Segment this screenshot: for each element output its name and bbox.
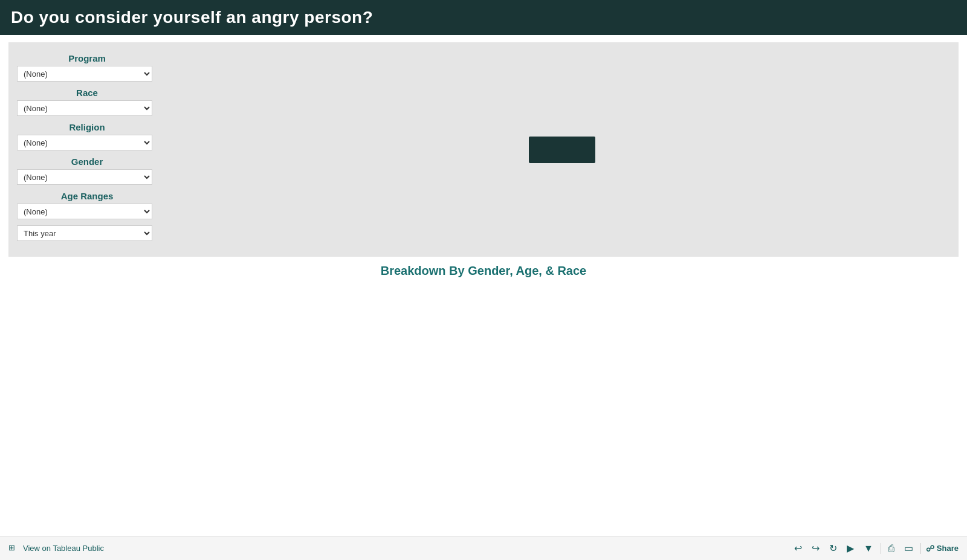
share-label: Share xyxy=(937,544,959,553)
fullscreen-icon: ▭ xyxy=(904,542,913,554)
redo-button[interactable]: ↪ xyxy=(809,541,822,555)
page-header: Do you consider yourself an angry person… xyxy=(0,0,967,35)
revert-button[interactable]: ↻ xyxy=(827,541,839,555)
download-icon: ⎙ xyxy=(888,543,894,554)
religion-filter-group: Religion (None) xyxy=(17,122,157,150)
age-ranges-filter-group: Age Ranges (None) xyxy=(17,191,157,219)
year-filter-group: This year xyxy=(17,225,157,241)
dashboard-panel: Program (None) Race (None) Religion (Non… xyxy=(8,42,959,257)
share-button[interactable]: ☍ Share xyxy=(926,544,959,553)
page-title: Do you consider yourself an angry person… xyxy=(11,8,373,27)
share-icon: ☍ xyxy=(926,544,934,553)
pause-button[interactable]: ▶ xyxy=(844,541,856,555)
program-filter-select[interactable]: (None) xyxy=(17,66,152,82)
main-content: Program (None) Race (None) Religion (Non… xyxy=(0,42,967,543)
dropdown-button[interactable]: ▼ xyxy=(861,542,876,555)
gender-filter-select[interactable]: (None) xyxy=(17,169,152,185)
program-filter-label: Program xyxy=(17,53,157,63)
footer-toolbar: ↩ ↪ ↻ ▶ ▼ ⎙ ▭ ☍ Share xyxy=(792,541,959,555)
undo-button[interactable]: ↩ xyxy=(792,541,804,555)
undo-icon: ↩ xyxy=(794,542,802,554)
fullscreen-button[interactable]: ▭ xyxy=(902,541,916,555)
download-button[interactable]: ⎙ xyxy=(886,542,897,555)
chart-placeholder xyxy=(529,137,595,163)
section-title-text: Breakdown By Gender, Age, & Race xyxy=(381,264,586,277)
footer-divider xyxy=(881,543,881,554)
race-filter-label: Race xyxy=(17,88,157,98)
chevron-down-icon: ▼ xyxy=(864,543,873,554)
section-title-container: Breakdown By Gender, Age, & Race xyxy=(0,264,967,278)
footer: ⊞ View on Tableau Public ↩ ↪ ↻ ▶ ▼ ⎙ ▭ ☍… xyxy=(0,536,967,560)
age-ranges-filter-select[interactable]: (None) xyxy=(17,204,152,219)
tableau-icon: ⊞ xyxy=(8,543,19,554)
gender-filter-group: Gender (None) xyxy=(17,156,157,185)
chart-area xyxy=(166,42,959,257)
age-ranges-filter-label: Age Ranges xyxy=(17,191,157,201)
religion-filter-select[interactable]: (None) xyxy=(17,135,152,150)
pause-icon: ▶ xyxy=(847,542,854,554)
filters-sidebar: Program (None) Race (None) Religion (Non… xyxy=(8,42,166,257)
race-filter-select[interactable]: (None) xyxy=(17,100,152,116)
footer-divider-2 xyxy=(920,543,921,554)
footer-left: ⊞ View on Tableau Public xyxy=(8,543,104,554)
redo-icon: ↪ xyxy=(812,542,820,554)
religion-filter-label: Religion xyxy=(17,122,157,132)
program-filter-group: Program (None) xyxy=(17,53,157,82)
race-filter-group: Race (None) xyxy=(17,88,157,116)
gender-filter-label: Gender xyxy=(17,156,157,167)
view-on-tableau-label[interactable]: View on Tableau Public xyxy=(23,544,104,553)
revert-icon: ↻ xyxy=(829,542,837,554)
year-filter-select[interactable]: This year xyxy=(17,225,152,241)
